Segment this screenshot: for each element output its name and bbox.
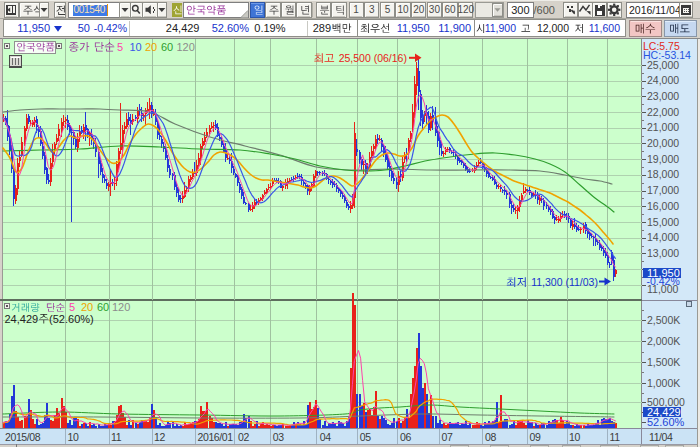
svg-text:10: 10: [68, 431, 79, 443]
svg-text:(52.60%): (52.60%): [49, 313, 94, 325]
svg-text:-0.42%: -0.42%: [647, 275, 680, 287]
svg-text:11,300 (11/03): 11,300 (11/03): [531, 276, 598, 288]
svg-text:52.60%: 52.60%: [212, 22, 250, 34]
svg-text:11,600: 11,600: [589, 22, 620, 34]
svg-text:21,000: 21,000: [647, 121, 679, 133]
svg-text:001540: 001540: [74, 4, 106, 15]
svg-text:2016/11/04: 2016/11/04: [629, 4, 681, 16]
svg-text:60: 60: [444, 4, 456, 15]
svg-text:50: 50: [78, 22, 90, 34]
svg-text:02: 02: [238, 431, 249, 443]
svg-text:14,000: 14,000: [647, 231, 679, 243]
svg-text:09: 09: [530, 431, 541, 443]
svg-text:2,000K: 2,000K: [647, 335, 680, 347]
svg-text:1,500K: 1,500K: [647, 356, 680, 368]
svg-text:20: 20: [81, 301, 93, 313]
svg-text:22,000: 22,000: [647, 106, 679, 118]
svg-text:11,900: 11,900: [485, 22, 516, 34]
svg-text:1,000K: 1,000K: [647, 377, 680, 389]
svg-text:24,429: 24,429: [166, 22, 200, 34]
svg-text:10: 10: [398, 4, 410, 15]
svg-text:23,000: 23,000: [647, 90, 679, 102]
svg-text:11,950: 11,950: [397, 22, 430, 34]
svg-text:120: 120: [457, 4, 474, 15]
svg-text:HC:-53.14: HC:-53.14: [643, 49, 691, 61]
svg-text:04: 04: [320, 431, 331, 443]
svg-text:2,500K: 2,500K: [647, 314, 680, 326]
svg-text:25,500 (06/16): 25,500 (06/16): [339, 52, 407, 64]
svg-text:11/04: 11/04: [649, 431, 673, 443]
svg-text:19,000: 19,000: [647, 153, 679, 165]
svg-text:60: 60: [161, 41, 173, 53]
svg-text:2015/08: 2015/08: [5, 431, 41, 443]
svg-text:52.60%: 52.60%: [647, 416, 685, 428]
svg-text:07: 07: [442, 431, 453, 443]
svg-text:/600: /600: [534, 4, 555, 16]
svg-text:5: 5: [69, 301, 75, 313]
svg-text:08: 08: [485, 431, 496, 443]
svg-text:1: 1: [353, 4, 359, 15]
svg-text:11: 11: [111, 431, 122, 443]
svg-text:12: 12: [154, 431, 165, 443]
svg-text:18,000: 18,000: [647, 168, 679, 180]
svg-text:3: 3: [369, 4, 375, 15]
svg-text:20,000: 20,000: [647, 137, 679, 149]
svg-text:0.19%: 0.19%: [254, 22, 285, 34]
svg-text:5: 5: [385, 4, 391, 15]
svg-text:2016/01: 2016/01: [198, 431, 234, 443]
svg-text:20: 20: [145, 41, 157, 53]
svg-text:11,900: 11,900: [438, 22, 471, 34]
svg-text:-0.42%: -0.42%: [94, 22, 127, 34]
svg-text:13,000: 13,000: [647, 247, 679, 259]
svg-text:17,000: 17,000: [647, 184, 679, 196]
svg-text:300: 300: [511, 4, 529, 16]
svg-text:16,000: 16,000: [647, 200, 679, 212]
svg-text:03: 03: [273, 431, 284, 443]
svg-text:30: 30: [429, 4, 441, 15]
svg-text:120: 120: [112, 301, 130, 313]
svg-text:15,000: 15,000: [647, 216, 679, 228]
svg-text:11,950: 11,950: [17, 22, 50, 34]
svg-text:289: 289: [313, 22, 331, 34]
svg-text:10: 10: [569, 431, 580, 443]
svg-text:11: 11: [610, 431, 621, 443]
svg-text:5: 5: [117, 41, 123, 53]
svg-text:06: 06: [400, 431, 411, 443]
svg-text:24,429: 24,429: [5, 313, 39, 325]
svg-text:20: 20: [413, 4, 425, 15]
svg-text:120: 120: [177, 41, 195, 53]
svg-text:05: 05: [360, 431, 371, 443]
svg-text:24,000: 24,000: [647, 74, 679, 86]
svg-text:10: 10: [130, 41, 142, 53]
svg-text:60: 60: [97, 301, 109, 313]
svg-text:12,000: 12,000: [537, 22, 569, 34]
